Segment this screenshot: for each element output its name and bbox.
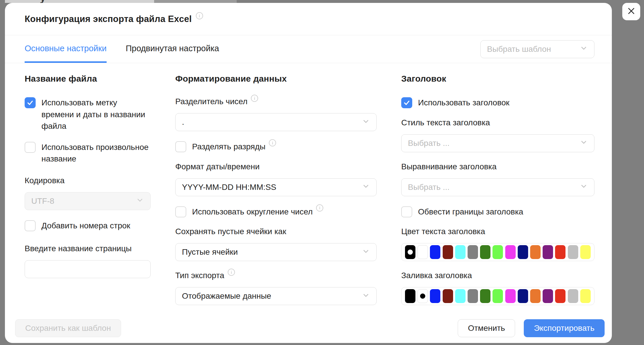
- color-swatch[interactable]: [492, 245, 503, 259]
- color-swatch[interactable]: [505, 289, 516, 303]
- color-swatch[interactable]: [568, 245, 578, 259]
- section-heading-formatting: Форматирование данных: [175, 74, 377, 84]
- close-button[interactable]: [622, 3, 640, 20]
- use-custom-name-checkbox[interactable]: [25, 142, 36, 153]
- chevron-down-icon: [580, 138, 588, 148]
- empty-cells-select[interactable]: Пустые ячейки: [175, 243, 377, 261]
- page-name-input[interactable]: [25, 260, 151, 278]
- tabs-bar: Основные настройки Продвинутая настройка…: [5, 35, 612, 63]
- color-swatch[interactable]: [417, 245, 428, 259]
- color-swatch[interactable]: [505, 245, 516, 259]
- add-line-numbers-checkbox-row[interactable]: Добавить номера строк: [25, 220, 151, 232]
- chevron-down-icon: [362, 247, 370, 257]
- use-rounding-checkbox-row[interactable]: Использовать округление чисел i: [175, 206, 377, 218]
- header-column: Заголовок Использовать заголовок Стиль т…: [401, 74, 594, 315]
- encoding-select[interactable]: UTF-8: [25, 192, 151, 210]
- use-header-checkbox-row[interactable]: Использовать заголовок: [401, 97, 594, 109]
- color-swatch[interactable]: [555, 289, 565, 303]
- section-heading-file-name: Название файла: [25, 74, 151, 84]
- close-icon: [626, 6, 636, 17]
- color-swatch[interactable]: [443, 245, 453, 259]
- checkbox-label: Использовать метку времени и даты в назв…: [41, 97, 151, 132]
- datetime-format-label: Формат даты/времени: [175, 162, 377, 171]
- color-swatch[interactable]: [568, 289, 578, 303]
- color-swatch[interactable]: [430, 289, 440, 303]
- color-swatch[interactable]: [468, 245, 478, 259]
- color-swatch[interactable]: [480, 289, 490, 303]
- dialog-title: Конфигурация экспорта файла Excel: [25, 14, 192, 24]
- color-swatch[interactable]: [543, 289, 553, 303]
- datetime-format-select[interactable]: YYYY-MM-DD HH:MM:SS: [175, 178, 377, 196]
- tab-advanced-settings[interactable]: Продвинутая настройка: [126, 35, 219, 63]
- checkbox-label: Обвести границы заголовка: [418, 206, 523, 218]
- tab-basic-settings[interactable]: Основные настройки: [25, 35, 107, 63]
- color-swatch[interactable]: [455, 289, 466, 303]
- chevron-down-icon: [580, 44, 588, 54]
- backdrop-page-fragment: у: [5, 0, 154, 3]
- color-swatch[interactable]: [518, 289, 528, 303]
- chevron-down-icon: [580, 182, 588, 192]
- outline-borders-checkbox-row[interactable]: Обвести границы заголовка: [401, 206, 594, 218]
- color-swatch[interactable]: [580, 245, 591, 259]
- info-icon[interactable]: i: [269, 139, 276, 146]
- color-swatch[interactable]: [492, 289, 503, 303]
- split-digits-checkbox[interactable]: [175, 141, 186, 152]
- outline-borders-checkbox[interactable]: [401, 206, 412, 217]
- use-custom-name-checkbox-row[interactable]: Использовать произвольное название: [25, 142, 151, 165]
- chevron-down-icon: [362, 117, 370, 127]
- empty-cells-label: Сохранять пустые ячейки как: [175, 227, 377, 236]
- color-swatch[interactable]: [518, 245, 528, 259]
- checkbox-label: Использовать заголовок: [418, 97, 510, 109]
- color-swatch[interactable]: [405, 245, 415, 259]
- save-template-button[interactable]: Сохранить как шаблон: [15, 319, 121, 337]
- formatting-column: Форматирование данных Разделитель чисел …: [175, 74, 377, 315]
- color-swatch[interactable]: [443, 289, 453, 303]
- color-swatch[interactable]: [455, 245, 466, 259]
- color-swatch[interactable]: [417, 289, 428, 303]
- section-heading-header: Заголовок: [401, 74, 594, 84]
- backdrop-page-fragment: [154, 0, 237, 3]
- color-swatch[interactable]: [530, 289, 541, 303]
- export-type-select[interactable]: Отображаемые данные: [175, 287, 377, 305]
- color-swatch[interactable]: [468, 289, 478, 303]
- color-swatch[interactable]: [555, 245, 565, 259]
- export-config-dialog: Конфигурация экспорта файла Excel i Осно…: [5, 3, 612, 343]
- alignment-label: Выравнивание заголовка: [401, 162, 594, 171]
- color-swatch[interactable]: [580, 289, 591, 303]
- dialog-footer: Сохранить как шаблон Отменить Экспортиро…: [5, 319, 612, 337]
- background-text-fragment: у: [40, 0, 46, 3]
- info-icon[interactable]: i: [228, 269, 235, 276]
- file-name-column: Название файла Использовать метку времен…: [25, 74, 151, 315]
- alignment-select[interactable]: Выбрать ...: [401, 178, 594, 196]
- text-color-label: Цвет текста заголовка: [401, 227, 594, 236]
- selected-color-indicator: [408, 249, 413, 255]
- selected-color-indicator: [420, 293, 425, 299]
- info-icon[interactable]: i: [251, 95, 258, 102]
- page-name-label: Введите название страницы: [25, 244, 151, 253]
- number-separator-select[interactable]: .: [175, 113, 377, 131]
- color-swatch[interactable]: [543, 245, 553, 259]
- text-style-select[interactable]: Выбрать ...: [401, 134, 594, 152]
- fill-color-palette: [401, 287, 594, 305]
- checkbox-label: Использовать произвольное название: [41, 142, 151, 165]
- add-line-numbers-checkbox[interactable]: [25, 220, 36, 231]
- color-swatch[interactable]: [530, 245, 541, 259]
- color-swatch[interactable]: [480, 245, 490, 259]
- dialog-header: Конфигурация экспорта файла Excel i: [5, 3, 612, 35]
- use-header-checkbox[interactable]: [401, 97, 412, 108]
- info-icon[interactable]: i: [196, 12, 203, 19]
- encoding-label: Кодировка: [25, 176, 151, 185]
- color-swatch[interactable]: [430, 245, 440, 259]
- export-button[interactable]: Экспортировать: [524, 319, 605, 337]
- cancel-button[interactable]: Отменить: [458, 319, 515, 337]
- info-icon[interactable]: i: [316, 204, 323, 212]
- use-timestamp-checkbox-row[interactable]: Использовать метку времени и даты в назв…: [25, 97, 151, 132]
- use-rounding-checkbox[interactable]: [175, 206, 186, 217]
- split-digits-checkbox-row[interactable]: Разделять разряды i: [175, 141, 377, 153]
- text-color-palette: [401, 243, 594, 261]
- text-style-label: Стиль текста заголовка: [401, 118, 594, 127]
- template-select[interactable]: Выбрать шаблон: [480, 40, 594, 58]
- chevron-down-icon: [362, 182, 370, 192]
- color-swatch[interactable]: [405, 289, 415, 303]
- use-timestamp-checkbox[interactable]: [25, 97, 36, 108]
